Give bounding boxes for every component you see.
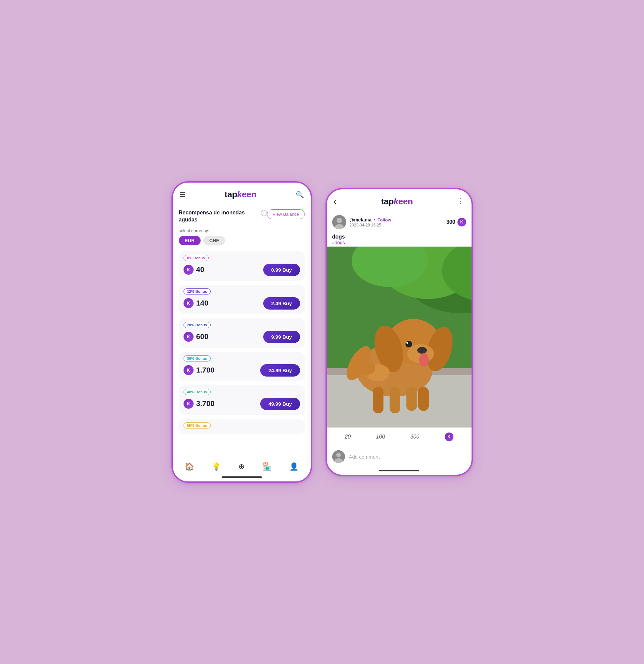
coin-number-5: 3.700 bbox=[196, 399, 215, 408]
plus-icon: ⊕ bbox=[238, 462, 244, 471]
svg-point-17 bbox=[406, 342, 408, 344]
post-meta: @melania • Follow 2023-04-28 16:25 300 K bbox=[327, 211, 472, 232]
reward-title-group: Recompensa de monedas agudas i bbox=[179, 209, 267, 224]
reaction-20[interactable]: 20 bbox=[345, 434, 351, 440]
tapkeen-logo-2: tapkeen bbox=[381, 196, 413, 207]
package-card-5: 48% Bonus K 3.700 49.99 Buy bbox=[179, 385, 305, 415]
package-card-3: 20% Bonus K 600 9.99 Buy bbox=[179, 318, 305, 348]
home-indicator-2 bbox=[379, 470, 419, 471]
reaction-300[interactable]: 300 bbox=[410, 434, 419, 440]
tapkeen-logo: tapkeen bbox=[225, 189, 257, 200]
svg-point-1 bbox=[337, 218, 342, 223]
bonus-badge-0: 0% Bonus bbox=[184, 255, 209, 261]
package-row-2: K 140 2.49 Buy bbox=[184, 297, 300, 310]
coin-number-3: 600 bbox=[196, 332, 209, 341]
home-icon: 🏠 bbox=[185, 462, 194, 471]
search-icon[interactable]: 🔍 bbox=[296, 191, 304, 199]
reaction-row: 20 100 300 K bbox=[327, 428, 472, 446]
package-row-5: K 3.700 49.99 Buy bbox=[184, 398, 300, 410]
profile-icon: 👤 bbox=[289, 462, 298, 471]
comment-row: Add comment bbox=[327, 446, 472, 467]
package-row-1: K 40 0.99 Buy bbox=[184, 264, 300, 276]
comment-placeholder[interactable]: Add comment bbox=[349, 454, 466, 460]
currency-chf[interactable]: CHF bbox=[203, 236, 225, 245]
post-hashtag: #dogs bbox=[332, 240, 466, 245]
coin-amount-4: K 1.700 bbox=[184, 365, 215, 375]
package-card-2: 12% Bonus K 140 2.49 Buy bbox=[179, 285, 305, 314]
nav-create[interactable]: ⊕ bbox=[234, 461, 249, 472]
phone-post: ‹ tapkeen ⋮ @melania bbox=[325, 188, 473, 476]
store-icon: 🏪 bbox=[262, 462, 272, 471]
nav-store[interactable]: 🏪 bbox=[259, 461, 276, 472]
coin-count: 300 bbox=[446, 219, 455, 225]
user-details: @melania • Follow 2023-04-28 16:25 bbox=[350, 217, 391, 227]
svg-rect-20 bbox=[389, 387, 400, 413]
package-row-4: K 1.700 24.99 Buy bbox=[184, 364, 300, 377]
menu-icon[interactable]: ☰ bbox=[179, 191, 186, 199]
reward-header: Recompensa de monedas agudas i View Bala… bbox=[179, 209, 305, 224]
buy-button-4[interactable]: 24.99 Buy bbox=[260, 364, 300, 377]
view-balance-button[interactable]: View Balance bbox=[267, 209, 305, 219]
avatar bbox=[332, 215, 346, 229]
currency-eur[interactable]: EUR bbox=[179, 236, 201, 245]
info-icon[interactable]: i bbox=[261, 210, 267, 216]
home-indicator-1 bbox=[222, 476, 262, 478]
more-icon[interactable]: ⋮ bbox=[457, 197, 465, 206]
currency-label: select currency: bbox=[179, 228, 305, 233]
back-icon[interactable]: ‹ bbox=[334, 196, 337, 207]
bonus-badge-55: 55% Bonus bbox=[184, 422, 211, 429]
store-body: Recompensa de monedas agudas i View Bala… bbox=[173, 204, 311, 457]
post-timestamp: 2023-04-28 16:25 bbox=[350, 223, 391, 227]
bonus-badge-36: 36% Bonus bbox=[184, 355, 211, 361]
k-coin-icon-1: K bbox=[184, 265, 194, 275]
reward-title: Recompensa de monedas agudas bbox=[179, 209, 259, 224]
post-header: ‹ tapkeen ⋮ bbox=[327, 189, 472, 211]
bottom-nav: 🏠 💡 ⊕ 🏪 👤 bbox=[173, 457, 311, 474]
package-row-3: K 600 9.99 Buy bbox=[184, 331, 300, 343]
svg-rect-21 bbox=[406, 387, 416, 411]
bonus-badge-12: 12% Bonus bbox=[184, 288, 211, 294]
buy-button-1[interactable]: 0.99 Buy bbox=[263, 264, 300, 276]
coin-display: 300 K bbox=[446, 218, 466, 226]
coin-number-1: 40 bbox=[196, 265, 204, 274]
coin-amount-2: K 140 bbox=[184, 298, 209, 308]
coin-amount-1: K 40 bbox=[184, 265, 204, 275]
coin-number-2: 140 bbox=[196, 299, 209, 308]
comment-avatar bbox=[332, 450, 345, 463]
svg-rect-22 bbox=[418, 387, 428, 411]
nav-home[interactable]: 🏠 bbox=[181, 461, 198, 472]
package-card-6: 55% Bonus bbox=[179, 419, 305, 434]
post-image bbox=[327, 247, 472, 428]
package-card-4: 36% Bonus K 1.700 24.99 Buy bbox=[179, 352, 305, 381]
package-card-1: 0% Bonus K 40 0.99 Buy bbox=[179, 251, 305, 281]
k-coin-icon-2: K bbox=[184, 298, 194, 308]
coin-amount-5: K 3.700 bbox=[184, 399, 215, 409]
svg-point-18 bbox=[419, 353, 428, 367]
lightbulb-icon: 💡 bbox=[212, 462, 221, 471]
user-info: @melania • Follow 2023-04-28 16:25 bbox=[332, 215, 391, 229]
coin-number-4: 1.700 bbox=[196, 366, 215, 375]
buy-button-2[interactable]: 2.49 Buy bbox=[263, 297, 300, 310]
username-row: @melania • Follow bbox=[350, 217, 391, 223]
follow-button[interactable]: Follow bbox=[378, 217, 391, 223]
store-header: ☰ tapkeen 🔍 bbox=[173, 183, 311, 204]
k-coin-icon-4: K bbox=[184, 365, 194, 375]
currency-buttons: EUR CHF bbox=[179, 236, 305, 245]
bonus-badge-20: 20% Bonus bbox=[184, 322, 211, 328]
svg-point-15 bbox=[417, 347, 427, 354]
reaction-100[interactable]: 100 bbox=[376, 434, 385, 440]
buy-button-3[interactable]: 9.99 Buy bbox=[263, 331, 300, 343]
post-title: dogs bbox=[332, 234, 466, 240]
svg-point-27 bbox=[336, 453, 341, 457]
buy-button-5[interactable]: 49.99 Buy bbox=[260, 398, 300, 410]
nav-profile[interactable]: 👤 bbox=[285, 461, 302, 472]
nav-ideas[interactable]: 💡 bbox=[208, 461, 225, 472]
coin-amount-3: K 600 bbox=[184, 332, 209, 342]
username: @melania bbox=[350, 217, 372, 223]
k-coin-post: K bbox=[457, 218, 466, 226]
post-caption: dogs #dogs bbox=[327, 232, 472, 247]
phone-store: ☰ tapkeen 🔍 Recompensa de monedas agudas… bbox=[171, 181, 312, 483]
k-coin-reaction[interactable]: K bbox=[445, 433, 453, 441]
bonus-badge-48: 48% Bonus bbox=[184, 389, 211, 395]
svg-rect-19 bbox=[373, 387, 383, 413]
